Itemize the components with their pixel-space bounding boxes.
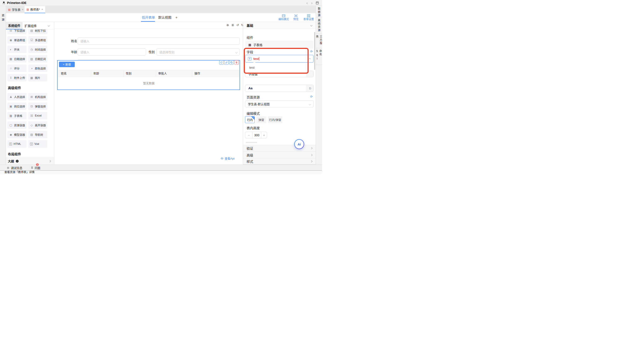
- tree-select-icon: ▤: [30, 30, 33, 32]
- component-item[interactable]: ☑多选框组: [28, 36, 47, 44]
- add-view-button[interactable]: +: [174, 13, 179, 22]
- link-component-button[interactable]: [224, 60, 228, 65]
- rail-item-third-party-service[interactable]: 三方服务: [316, 34, 322, 48]
- tab-extension-components[interactable]: 扩展组件: [22, 24, 39, 28]
- subtable-component-selected[interactable]: +新增 姓名 年龄 性别 审批人 操作 暂无数据: [57, 60, 240, 90]
- close-tab-icon[interactable]: ✕: [41, 8, 43, 11]
- scroll-clipped-row: [246, 142, 257, 143]
- refresh-page-resource-icon[interactable]: ⟳: [310, 95, 313, 98]
- outline-collapsed-bar[interactable]: 大纲 i: [6, 158, 54, 164]
- component-item[interactable]: ◐开关: [8, 46, 26, 53]
- html5-shield-icon: 5: [9, 143, 12, 145]
- component-item[interactable]: 5HTML: [8, 140, 26, 148]
- section-style[interactable]: 样式: [243, 158, 316, 165]
- history-back-button[interactable]: ‹: [306, 0, 308, 6]
- property-panel-header[interactable]: 基础: [243, 22, 316, 29]
- column-header: 性别: [124, 70, 156, 77]
- component-item[interactable]: ▤树形下拉: [28, 30, 47, 34]
- rail-item-offline-resource[interactable]: 离线资源: [316, 18, 322, 34]
- component-item[interactable]: ▢资源容器: [8, 121, 26, 129]
- component-item[interactable]: ▣岗位选择: [8, 103, 26, 110]
- tab-student-table[interactable]: ▤ 学生表 ✕: [6, 6, 26, 13]
- org-select-icon: ⊞: [30, 95, 33, 99]
- panel-collapse-chevron-icon[interactable]: [48, 25, 50, 27]
- section-validation[interactable]: 验证: [243, 145, 316, 151]
- document-tab-strip: ▤ 学生表 ✕ ▤ 教师表* ✕: [0, 6, 322, 13]
- copy-component-button[interactable]: [229, 60, 234, 65]
- undo-icon[interactable]: ↺: [236, 23, 239, 27]
- edit-mode-inline-selected[interactable]: 行内 ✓: [245, 116, 255, 123]
- i18n-globe-icon[interactable]: ⊕: [226, 23, 229, 27]
- checkbox-group-icon: ☑: [30, 38, 33, 42]
- component-item[interactable]: ▦日期选择: [8, 55, 26, 63]
- component-item[interactable]: ↥附件上传: [8, 74, 26, 81]
- save-icon[interactable]: [316, 1, 319, 5]
- component-item[interactable]: ◷时间选择: [28, 46, 47, 53]
- outline-tree-icon[interactable]: ≣: [232, 23, 234, 27]
- component-item[interactable]: ▦子表格: [8, 112, 26, 119]
- input-suffix-button[interactable]: [307, 71, 314, 77]
- plus-icon: +: [63, 63, 64, 66]
- dynamic-value-button[interactable]: D: [307, 85, 314, 92]
- component-panel-tabs: 系统组件 扩展组件 ☰: [6, 22, 54, 30]
- component-item[interactable]: ▩图片: [28, 74, 47, 81]
- tab-system-components[interactable]: 系统组件: [6, 22, 22, 30]
- edit-mode-inline-popup[interactable]: 行内/弹窗: [268, 116, 282, 123]
- component-item[interactable]: ▤导航树: [28, 131, 47, 138]
- rail-item-datasource[interactable]: 数据源: [316, 6, 322, 18]
- component-item[interactable]: ◉单选框组: [8, 36, 26, 44]
- debug-info-button[interactable]: 调试信息: [11, 166, 22, 170]
- upload-icon: ↥: [9, 76, 12, 79]
- name-input[interactable]: 请输入: [78, 38, 240, 45]
- form-settings-icon: [307, 14, 310, 18]
- decrement-button[interactable]: −: [245, 132, 252, 138]
- tab-teacher-table[interactable]: ▤ 教师表* ✕: [24, 6, 45, 13]
- refresh-component-button[interactable]: [219, 60, 224, 65]
- component-item[interactable]: VVue: [28, 140, 47, 148]
- code-mode-button[interactable]: 编码模式: [277, 14, 290, 21]
- delete-component-button[interactable]: [234, 60, 239, 65]
- component-item[interactable]: ◆模型容器: [8, 131, 26, 138]
- panel-menu-icon[interactable]: ☰: [34, 24, 36, 27]
- component-item[interactable]: ♟人员选择: [8, 93, 26, 101]
- component-item[interactable]: ▧日期区间: [28, 55, 47, 63]
- form-settings-button[interactable]: 表单设置: [302, 14, 315, 21]
- ai-assistant-button[interactable]: Ai: [294, 139, 304, 149]
- refresh-fields-icon[interactable]: ⟳: [310, 50, 313, 53]
- component-item[interactable]: ⊡弹窗选择: [28, 103, 47, 110]
- column-header: 操作: [192, 70, 239, 77]
- component-item[interactable]: ☒Excel: [28, 112, 47, 119]
- table-height-value[interactable]: 300: [252, 132, 261, 138]
- table-height-stepper: − 300 +: [245, 132, 267, 138]
- default-value-input[interactable]: Aa D: [245, 85, 314, 92]
- age-input[interactable]: 请输入: [78, 49, 146, 56]
- view-api-link[interactable]: 查看Api: [220, 156, 234, 160]
- field-options-dropdown: test: [246, 63, 307, 72]
- increment-button[interactable]: +: [261, 132, 267, 138]
- dropdown-option-test[interactable]: test: [246, 63, 307, 72]
- component-item[interactable]: ⊞机构选择: [28, 93, 47, 101]
- rail-item-named-sql[interactable]: 命名Sql: [316, 48, 322, 65]
- expand-chevron-icon: [310, 154, 312, 156]
- history-forward-button[interactable]: ›: [311, 0, 312, 6]
- layout-components-heading: 布局组件: [8, 152, 54, 156]
- component-item[interactable]: ◇高开容器: [28, 121, 47, 129]
- tab-default-view[interactable]: 默认视图: [158, 13, 172, 22]
- field-select-focused[interactable]: T test: [245, 55, 314, 63]
- component-item[interactable]: ☆评分: [8, 65, 26, 72]
- subtable-header-row: 姓名 年龄 性别 审批人 操作: [58, 70, 239, 77]
- add-row-button[interactable]: +新增: [59, 62, 75, 67]
- edit-mode-popup[interactable]: 弹窗: [256, 116, 266, 123]
- tab-lowcode-form[interactable]: 低开表单: [142, 13, 155, 22]
- component-item[interactable]: ⊟下拉选择: [8, 30, 26, 34]
- component-item[interactable]: ◑颜色选择: [28, 65, 47, 72]
- nav-tree-icon: ▤: [30, 133, 33, 136]
- gender-select[interactable]: 请选择性别: [156, 49, 240, 56]
- section-advanced[interactable]: 高级: [243, 151, 316, 158]
- close-tab-icon[interactable]: ✕: [22, 8, 24, 11]
- resource-rail[interactable]: 资源: [0, 6, 6, 165]
- collapse-chevron-icon: [310, 24, 312, 27]
- preview-button[interactable]: 预览: [292, 14, 300, 21]
- expand-chevron-icon: [310, 147, 312, 149]
- page-resource-select[interactable]: 学生表-默认视图: [245, 101, 314, 107]
